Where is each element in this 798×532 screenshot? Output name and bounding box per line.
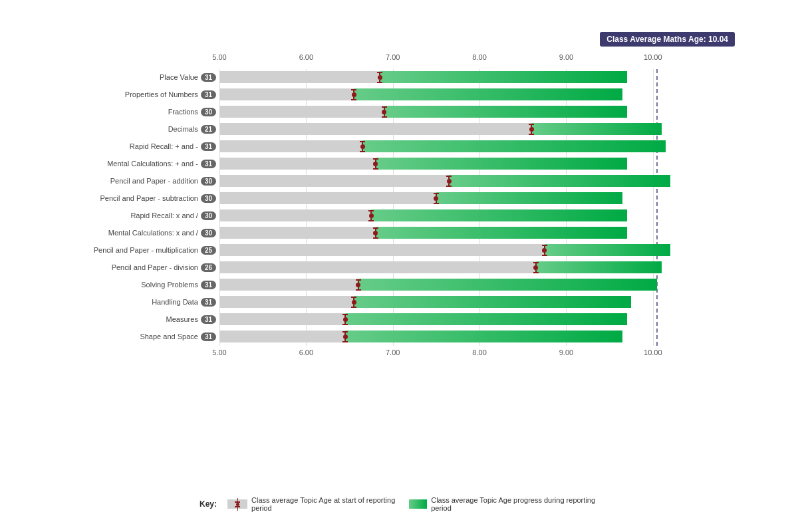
row-label-text: Mental Calculations: x and / [108,229,198,237]
bar-grey [219,244,545,256]
row-label: Mental Calculations: x and / 30 [27,229,216,237]
rows-wrapper: Place Value 31 Properties of Numbers 31 … [219,69,705,346]
bar-track [219,227,705,239]
chart-row: Mental Calculations: + and - 31 [219,156,705,172]
bar-track [219,88,705,100]
chart-row: Mental Calculations: x and / 30 [219,225,705,241]
key-label: Key: [200,499,217,509]
error-bar [339,296,368,308]
row-label: Measures 31 [27,315,216,324]
error-bar [510,123,553,135]
error-bar [367,106,402,118]
bar-grey [219,175,449,187]
bar-grey [219,158,376,170]
axis-bottom: 5.006.007.008.009.0010.00 [219,348,705,362]
row-label: Rapid Recall: x and / 30 [27,211,216,220]
row-label: Decimals 21 [27,125,216,134]
count-badge: 21 [201,125,216,134]
axis-tick-6: 6.00 [299,53,313,61]
bar-track [219,209,705,221]
bar-grey [219,88,354,100]
bar-green [380,71,627,83]
bar-track [219,331,705,342]
bar-grey [219,140,362,152]
count-badge: 30 [201,108,216,116]
error-bar [336,88,371,100]
axis-tick-8: 8.00 [472,348,486,356]
bar-grey [219,106,384,118]
key-grey-item: Class average Topic Age at start of repo… [227,496,398,512]
bar-grey [219,279,358,291]
bar-track [219,123,705,135]
axis-tick-10: 10.00 [644,53,662,61]
bar-grey [219,123,531,135]
row-label-text: Pencil and Paper - addition [110,177,198,185]
bar-grey [219,313,345,325]
bar-track [219,175,705,187]
chart-row: Pencil and Paper - subtraction 30 [219,190,705,206]
chart-row: Properties of Numbers 31 [219,86,705,102]
count-badge: 30 [201,194,216,203]
class-avg-label: Class Average Maths Age: 10.04 [600,32,735,47]
error-bar [345,140,380,152]
row-label: Fractions 30 [27,108,216,116]
bar-grey [219,227,376,239]
bar-track [219,192,705,204]
count-badge: 31 [201,298,216,307]
bar-green [536,261,662,273]
bar-track [219,244,705,256]
bar-green [371,209,627,221]
row-label-text: Pencil and Paper - multiplication [94,246,198,254]
count-badge: 31 [201,281,216,289]
row-label: Place Value 31 [27,73,216,82]
row-label: Pencil and Paper - addition 30 [27,177,216,186]
error-bar [354,209,388,221]
bar-green [358,279,658,291]
bar-track [219,261,705,273]
count-badge: 30 [201,229,216,237]
chart-row: Place Value 31 [219,69,705,85]
chart-row: Rapid Recall: x and / 30 [219,207,705,223]
row-label-text: Rapid Recall: x and / [130,211,198,219]
chart-row: Pencil and Paper - addition 30 [219,173,705,189]
bar-green [376,227,627,239]
row-label-text: Measures [166,315,198,323]
row-label: Shape and Space 31 [27,332,216,341]
row-label: Properties of Numbers 31 [27,90,216,99]
chart-row: Pencil and Paper - multiplication 25 [219,242,705,258]
axis-tick-5: 5.00 [212,53,226,61]
bar-green [545,244,670,256]
row-label-text: Handling Data [152,298,198,306]
axis-tick-7: 7.00 [386,53,400,61]
bar-grey [219,331,345,342]
bar-track [219,313,705,325]
bar-grey [219,209,371,221]
count-badge: 26 [201,263,216,272]
chart-row: Rapid Recall: + and - 31 [219,138,705,154]
row-label-text: Pencil and Paper - subtraction [100,194,198,202]
bar-green [354,88,622,100]
row-label-text: Properties of Numbers [125,90,198,98]
error-bar [419,192,454,204]
error-bar [432,175,466,187]
bar-grey [219,261,536,273]
count-badge: 31 [201,160,216,168]
chart-row: Decimals 21 [219,121,705,137]
bar-grey [219,192,436,204]
chart-area: 5.006.007.008.009.0010.00 Place Value 31… [27,53,771,362]
axis-tick-8: 8.00 [472,53,486,61]
bar-track [219,158,705,170]
error-bar [527,244,562,256]
axis-tick-7: 7.00 [386,348,400,356]
error-bar [519,261,553,273]
axis-tick-6: 6.00 [299,348,313,356]
chart-container: Class Average Maths Age: 10.04 5.006.007… [0,0,798,532]
row-label: Pencil and Paper - division 26 [27,263,216,272]
count-badge: 31 [201,73,216,82]
key-green-item: Class average Topic Age progress during … [409,496,598,512]
bar-track [219,296,705,308]
error-bar [331,313,360,325]
error-bar [362,158,388,170]
chart-row: Measures 31 [219,311,705,327]
bar-green [345,331,622,342]
